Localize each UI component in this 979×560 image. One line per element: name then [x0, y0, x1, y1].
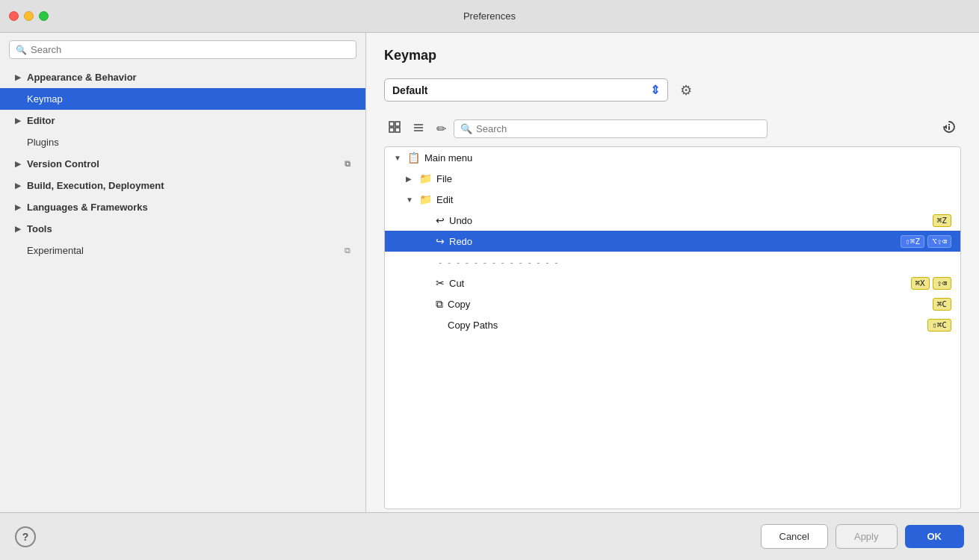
- redo-icon: ↪: [436, 235, 445, 247]
- folder-icon: 📁: [419, 172, 432, 184]
- minimize-button[interactable]: [24, 11, 34, 21]
- maximize-button[interactable]: [39, 11, 49, 21]
- panel-title: Keymap: [384, 48, 961, 63]
- copy-icon: ⧉: [345, 159, 350, 169]
- shortcut-badge-1: ⇧⌘Z: [901, 235, 924, 248]
- tree-item-label: Copy: [448, 299, 933, 310]
- shortcut-badge-2: ⇧⌫: [933, 277, 951, 290]
- tree-item-redo[interactable]: ▶ ↪ Redo ⇧⌘Z ⌥⇧⌫: [385, 231, 960, 252]
- arrow-icon: ▶: [15, 73, 21, 81]
- toolbar-search-input[interactable]: [476, 123, 761, 134]
- shortcut-badges: ⌘Z: [933, 214, 951, 227]
- copy-icon: ⧉: [436, 298, 443, 311]
- sidebar-search-input[interactable]: [31, 44, 350, 55]
- sidebar-item-editor[interactable]: ▶ Editor: [0, 110, 365, 131]
- folder-icon: 📋: [407, 152, 420, 164]
- close-button[interactable]: [9, 11, 19, 21]
- shortcut-badges: ⌘C: [933, 298, 951, 311]
- copy-icon: ⧉: [345, 246, 350, 255]
- keymap-tree[interactable]: ▼ 📋 Main menu ▶ 📁 File ▼ 📁 Edit ▶ ↩ Undo: [384, 146, 961, 509]
- tree-item-cut[interactable]: ▶ ✂ Cut ⌘X ⇧⌫: [385, 273, 960, 293]
- sidebar-item-tools[interactable]: ▶ Tools: [0, 218, 365, 240]
- shortcut-badge-2: ⌥⇧⌫: [927, 235, 951, 248]
- tree-item-copy-paths[interactable]: ▶ ⧉ Copy Paths ⇧⌘C: [385, 314, 960, 335]
- gear-button[interactable]: ⚙: [676, 79, 697, 102]
- tree-item-label: Cut: [449, 278, 911, 289]
- tree-item-undo[interactable]: ▶ ↩ Undo ⌘Z: [385, 210, 960, 231]
- svg-rect-0: [389, 122, 394, 126]
- apply-button[interactable]: Apply: [836, 524, 898, 549]
- dropdown-arrows-icon: ⇕: [650, 83, 660, 97]
- sidebar: 🔍 ▶ Appearance & Behavior ▶ Keymap ▶ Edi…: [0, 33, 366, 512]
- keymap-selector-row: Default ⇕ ⚙: [384, 78, 961, 102]
- help-button[interactable]: ?: [15, 526, 36, 547]
- toolbar-search-icon: 🔍: [460, 123, 472, 134]
- svg-rect-1: [395, 122, 400, 126]
- svg-rect-8: [948, 126, 950, 130]
- tree-item-edit[interactable]: ▼ 📁 Edit: [385, 189, 960, 210]
- keymap-dropdown[interactable]: Default ⇕: [384, 78, 668, 102]
- title-bar: Preferences: [0, 0, 979, 33]
- shortcut-badges: ⌘X ⇧⌫: [911, 277, 952, 290]
- sidebar-item-build[interactable]: ▶ Build, Execution, Deployment: [0, 175, 365, 196]
- search-icon: 🔍: [16, 45, 27, 55]
- right-panel: Keymap Default ⇕ ⚙: [366, 33, 979, 512]
- toolbar-search-box[interactable]: 🔍: [454, 119, 768, 138]
- expand-arrow-icon: ▼: [406, 196, 415, 204]
- shortcut-badges: ⇧⌘C: [927, 319, 951, 332]
- tree-item-copy[interactable]: ▶ ⧉ Copy ⌘C: [385, 293, 960, 314]
- tree-item-separator: - - - - - - - - - - - - - -: [385, 252, 960, 273]
- tree-item-main-menu[interactable]: ▼ 📋 Main menu: [385, 147, 960, 168]
- tree-item-label: Copy Paths: [448, 320, 927, 331]
- sidebar-item-keymap[interactable]: ▶ Keymap: [0, 88, 365, 110]
- arrow-icon: ▶: [15, 225, 21, 233]
- traffic-lights: [9, 11, 49, 21]
- toolbar-row: ✏ 🔍: [384, 116, 961, 140]
- separator-label: - - - - - - - - - - - - - -: [439, 257, 951, 268]
- sidebar-items-list: ▶ Appearance & Behavior ▶ Keymap ▶ Edito…: [0, 66, 365, 512]
- tree-item-label: File: [436, 173, 951, 184]
- cancel-button[interactable]: Cancel: [761, 524, 828, 549]
- tree-item-label: Undo: [449, 215, 933, 226]
- shortcut-badge: ⇧⌘C: [927, 319, 951, 332]
- shortcut-badge: ⌘C: [933, 298, 951, 311]
- keymap-dropdown-label: Default: [392, 84, 427, 96]
- expand-arrow-icon: ▶: [406, 175, 415, 183]
- tree-item-file[interactable]: ▶ 📁 File: [385, 168, 960, 189]
- shortcut-badge: ⌘Z: [933, 214, 951, 227]
- undo-icon: ↩: [436, 214, 445, 226]
- sidebar-item-plugins[interactable]: ▶ Plugins: [0, 131, 365, 153]
- expand-arrow-icon: ▼: [394, 154, 403, 162]
- arrow-icon: ▶: [15, 160, 21, 168]
- sidebar-item-version-control[interactable]: ▶ Version Control ⧉: [0, 153, 365, 175]
- edit-shortcut-button[interactable]: ✏: [432, 119, 451, 139]
- svg-rect-2: [389, 128, 394, 132]
- tree-item-label: Main menu: [424, 152, 951, 164]
- main-content: 🔍 ▶ Appearance & Behavior ▶ Keymap ▶ Edi…: [0, 33, 979, 512]
- window-title: Preferences: [463, 10, 516, 22]
- bottom-bar: ? Cancel Apply OK: [0, 512, 979, 560]
- collapse-all-button[interactable]: [408, 118, 429, 139]
- sidebar-item-experimental[interactable]: ▶ Experimental ⧉: [0, 240, 365, 261]
- arrow-icon: ▶: [15, 181, 21, 190]
- ok-button[interactable]: OK: [905, 525, 965, 548]
- svg-rect-3: [395, 128, 400, 132]
- folder-icon: 📁: [419, 193, 432, 205]
- bottom-actions: Cancel Apply OK: [761, 524, 965, 549]
- tree-item-label: Redo: [449, 236, 901, 247]
- arrow-icon: ▶: [15, 116, 21, 125]
- shortcut-badge-1: ⌘X: [911, 277, 930, 290]
- shortcut-badges: ⇧⌘Z ⌥⇧⌫: [901, 235, 951, 248]
- cut-icon: ✂: [436, 277, 445, 289]
- svg-rect-9: [948, 124, 950, 125]
- sidebar-search-box[interactable]: 🔍: [9, 40, 356, 59]
- arrow-icon: ▶: [15, 203, 21, 211]
- expand-all-button[interactable]: [384, 118, 405, 139]
- restore-defaults-button[interactable]: [937, 116, 961, 140]
- sidebar-item-appearance[interactable]: ▶ Appearance & Behavior: [0, 66, 365, 88]
- sidebar-item-languages[interactable]: ▶ Languages & Frameworks: [0, 196, 365, 218]
- tree-item-label: Edit: [436, 194, 951, 205]
